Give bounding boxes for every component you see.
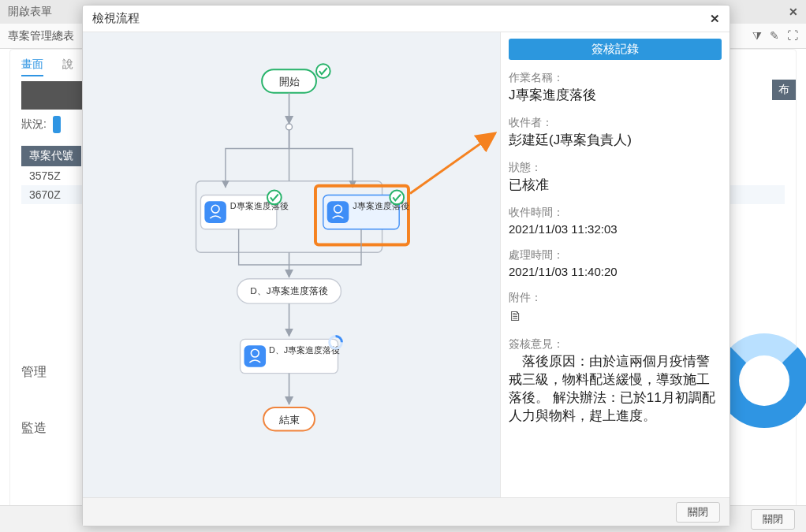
flow-merge-node[interactable]: D、J專案進度落後: [237, 279, 341, 303]
bg-status-label: 狀況:: [21, 117, 47, 132]
svg-point-12: [267, 191, 282, 205]
svg-text:結束: 結束: [278, 414, 300, 426]
bg-publish-fragment: 布: [772, 80, 796, 100]
bg-close-button[interactable]: 關閉: [751, 509, 795, 530]
view-flow-modal: 檢視流程 ✕ 開始: [82, 5, 730, 526]
comment-label: 簽核意見：: [509, 337, 722, 352]
approval-info-pane: 簽核記錄 作業名稱： J專案進度落後 收件者： 彭建廷(J專案負責人) 狀態： …: [501, 32, 730, 497]
modal-close-icon[interactable]: ✕: [710, 12, 720, 26]
bg-table-header: 專案代號: [21, 146, 81, 166]
flow-svg: 開始: [83, 32, 500, 497]
filter-icon[interactable]: ⧩: [752, 29, 762, 43]
bg-toolbar: ⧩ ✎ ⛶: [752, 29, 798, 43]
callout-arrow: [410, 133, 495, 194]
recipient-label: 收件者：: [509, 116, 722, 130]
edit-icon[interactable]: ✎: [770, 29, 779, 43]
flow-node-d[interactable]: D專案進度落後: [200, 191, 288, 229]
bg-left-words: 管理 監造: [21, 325, 47, 437]
flow-start-node[interactable]: 開始: [262, 64, 330, 92]
modal-title: 檢視流程: [92, 11, 140, 26]
recv-time-value: 2021/11/03 11:32:03: [509, 221, 722, 237]
recv-time-label: 收件時間：: [509, 206, 722, 220]
state-value: 已核准: [509, 177, 722, 195]
modal-body: 開始: [83, 32, 730, 497]
modal-header: 檢視流程 ✕: [83, 6, 730, 32]
flow-end-node[interactable]: 結束: [263, 407, 315, 431]
task-name-value: J專案進度落後: [509, 87, 722, 105]
bg-top-title: 開啟表單: [8, 5, 52, 19]
proc-time-value: 2021/11/03 11:40:20: [509, 264, 722, 280]
bg-tab-other[interactable]: 說: [62, 58, 73, 76]
modal-close-button[interactable]: 關閉: [676, 502, 720, 523]
info-header: 簽核記錄: [509, 39, 722, 60]
attachment-icon[interactable]: 🗎: [509, 308, 523, 324]
bg-sub-title: 專案管理總表: [8, 29, 74, 43]
bg-top-close-icon[interactable]: ✕: [789, 6, 798, 18]
attachment-label: 附件：: [509, 291, 722, 305]
bg-word-build: 監造: [21, 420, 47, 437]
task-name-label: 作業名稱：: [509, 71, 722, 85]
bg-tab-screen[interactable]: 畫面: [21, 58, 43, 76]
svg-point-4: [286, 124, 293, 130]
comment-value: 落後原因：由於這兩個月疫情警戒三級，物料配送緩慢，導致施工落後。 解決辦法：已於…: [509, 353, 722, 426]
svg-text:D、J專案進度落後: D、J專案進度落後: [250, 285, 327, 296]
svg-text:開始: 開始: [279, 76, 300, 87]
svg-text:D、J專案進度落後: D、J專案進度落後: [269, 345, 340, 355]
recipient-value: 彭建廷(J專案負責人): [509, 132, 722, 150]
bg-word-manage: 管理: [21, 364, 47, 381]
flow-merge-task-node[interactable]: D、J專案進度落後: [241, 336, 342, 373]
modal-footer: 關閉: [83, 497, 730, 526]
state-label: 狀態：: [509, 161, 722, 175]
proc-time-label: 處理時間：: [509, 248, 722, 262]
bg-status-chip[interactable]: [53, 116, 61, 133]
fullscreen-icon[interactable]: ⛶: [787, 29, 798, 43]
flow-diagram-pane[interactable]: 開始: [83, 32, 501, 497]
svg-point-2: [316, 64, 330, 78]
attachment-value[interactable]: 🗎: [509, 307, 722, 326]
svg-point-18: [390, 191, 404, 205]
bg-dark-block: [21, 81, 84, 110]
flow-node-j[interactable]: J專案進度落後: [315, 186, 409, 245]
